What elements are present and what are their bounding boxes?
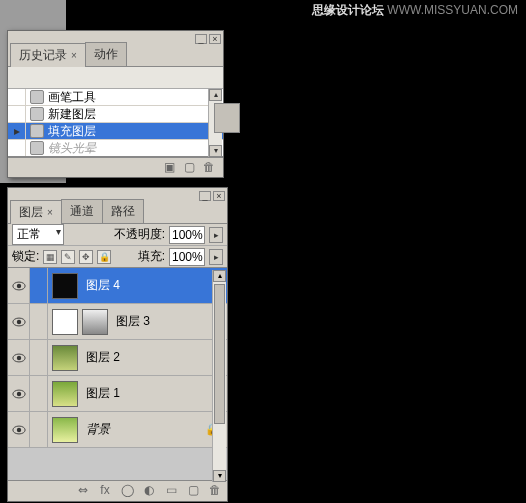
link-cell[interactable] (30, 268, 48, 303)
new-layer-icon (30, 107, 44, 121)
opacity-input[interactable]: 100% (169, 226, 205, 244)
svg-point-1 (16, 283, 20, 287)
fill-label: 填充: (138, 248, 165, 265)
link-cell[interactable] (30, 340, 48, 375)
lock-label: 锁定: (12, 248, 39, 265)
layers-scrollbar[interactable]: ▴ ▾ (212, 270, 226, 482)
layer-thumbnail[interactable] (52, 273, 78, 299)
history-item-label: 填充图层 (48, 123, 96, 140)
layer-name[interactable]: 图层 4 (86, 277, 120, 294)
svg-point-5 (16, 355, 20, 359)
minimize-button[interactable]: _ (195, 34, 207, 44)
visibility-toggle[interactable] (8, 376, 30, 411)
layers-list: 图层 4图层 3图层 2图层 1背景🔒 (8, 268, 227, 480)
new-layer-icon[interactable]: ▢ (185, 483, 201, 497)
link-layers-icon[interactable]: ⇔ (75, 483, 91, 497)
group-icon[interactable]: ▭ (163, 483, 179, 497)
layer-thumbnail[interactable] (52, 417, 78, 443)
tab-actions[interactable]: 动作 (85, 42, 127, 66)
layer-row[interactable]: 背景🔒 (8, 412, 227, 448)
layers-panel: _ × 图层× 通道 路径 正常 不透明度: 100% ▸ 锁定: ▦ ✎ ✥ … (7, 187, 228, 502)
layers-tabs: 图层× 通道 路径 (8, 204, 227, 224)
history-list: 画笔工具 新建图层 ▸填充图层 镜头光晕 混合更改 (8, 89, 223, 157)
layer-name[interactable]: 图层 1 (86, 385, 120, 402)
svg-point-9 (16, 427, 20, 431)
scroll-up-arrow[interactable]: ▴ (213, 270, 226, 282)
history-footer: ▣ ▢ 🗑 (8, 157, 223, 175)
scroll-down-arrow[interactable]: ▾ (209, 145, 222, 157)
history-row[interactable]: ▸填充图层 (8, 123, 223, 140)
history-row[interactable]: 画笔工具 (8, 89, 223, 106)
layer-thumbnail[interactable] (52, 309, 78, 335)
link-cell[interactable] (30, 412, 48, 447)
scroll-down-arrow[interactable]: ▾ (213, 470, 226, 482)
visibility-toggle[interactable] (8, 340, 30, 375)
tab-channels[interactable]: 通道 (61, 199, 103, 223)
lock-transparency-icon[interactable]: ▦ (43, 250, 57, 264)
layer-options-row: 正常 不透明度: 100% ▸ (8, 224, 227, 246)
visibility-toggle[interactable] (8, 268, 30, 303)
fill-flyout-button[interactable]: ▸ (209, 249, 223, 265)
blend-mode-select[interactable]: 正常 (12, 224, 64, 245)
layer-style-icon[interactable]: fx (97, 483, 113, 497)
opacity-label: 不透明度: (114, 226, 165, 243)
adjustment-layer-icon[interactable]: ◐ (141, 483, 157, 497)
layer-lock-row: 锁定: ▦ ✎ ✥ 🔒 填充: 100% ▸ (8, 246, 227, 268)
layer-mask-icon[interactable]: ◯ (119, 483, 135, 497)
watermark: 思缘设计论坛 WWW.MISSYUAN.COM (312, 2, 518, 19)
svg-point-7 (16, 391, 20, 395)
opacity-flyout-button[interactable]: ▸ (209, 227, 223, 243)
layer-row[interactable]: 图层 4 (8, 268, 227, 304)
layer-name[interactable]: 图层 3 (116, 313, 150, 330)
svg-point-3 (16, 319, 20, 323)
layer-name[interactable]: 背景 (86, 421, 110, 438)
scroll-thumb[interactable] (214, 284, 225, 424)
watermark-brand: 思缘设计论坛 (312, 3, 384, 17)
fill-input[interactable]: 100% (169, 248, 205, 266)
layer-thumbnail[interactable] (52, 345, 78, 371)
layer-row[interactable]: 图层 3 (8, 304, 227, 340)
history-tabs: 历史记录× 动作 (8, 47, 223, 67)
layer-mask-thumbnail[interactable] (82, 309, 108, 335)
history-item-label: 新建图层 (48, 106, 96, 123)
trash-icon[interactable]: 🗑 (207, 483, 223, 497)
layer-name[interactable]: 图层 2 (86, 349, 120, 366)
scroll-up-arrow[interactable]: ▴ (209, 89, 222, 101)
history-snapshot-area (8, 67, 223, 89)
layer-row[interactable]: 图层 2 (8, 340, 227, 376)
tab-layers[interactable]: 图层× (10, 200, 62, 224)
fill-layer-icon (30, 124, 44, 138)
layer-thumbnail[interactable] (52, 381, 78, 407)
lock-pixels-icon[interactable]: ✎ (61, 250, 75, 264)
brush-icon (30, 90, 44, 104)
minimize-button[interactable]: _ (199, 191, 211, 201)
lens-flare-icon (30, 141, 44, 155)
lock-position-icon[interactable]: ✥ (79, 250, 93, 264)
new-document-icon[interactable]: ▢ (181, 160, 197, 174)
scroll-thumb[interactable] (214, 103, 240, 133)
layer-row[interactable]: 图层 1 (8, 376, 227, 412)
visibility-toggle[interactable] (8, 304, 30, 339)
history-item-label: 画笔工具 (48, 89, 96, 106)
new-snapshot-icon[interactable]: ▣ (161, 160, 177, 174)
history-item-label: 镜头光晕 (48, 140, 96, 157)
tab-history[interactable]: 历史记录× (10, 43, 86, 67)
tab-close-icon[interactable]: × (71, 50, 77, 61)
link-cell[interactable] (30, 376, 48, 411)
close-button[interactable]: × (213, 191, 225, 201)
tab-close-icon[interactable]: × (47, 207, 53, 218)
trash-icon[interactable]: 🗑 (201, 160, 217, 174)
history-row[interactable]: 新建图层 (8, 106, 223, 123)
link-cell[interactable] (30, 304, 48, 339)
history-panel: _ × 历史记录× 动作 画笔工具 新建图层 ▸填充图层 镜头光晕 混合更改 ▴… (7, 30, 224, 178)
close-button[interactable]: × (209, 34, 221, 44)
visibility-toggle[interactable] (8, 412, 30, 447)
history-row[interactable]: 镜头光晕 (8, 140, 223, 157)
history-scrollbar[interactable]: ▴ ▾ (208, 89, 222, 157)
layers-footer: ⇔ fx ◯ ◐ ▭ ▢ 🗑 (8, 480, 227, 498)
history-marker-icon: ▸ (8, 123, 26, 139)
tab-paths[interactable]: 路径 (102, 199, 144, 223)
watermark-url: WWW.MISSYUAN.COM (387, 3, 518, 17)
lock-all-icon[interactable]: 🔒 (97, 250, 111, 264)
